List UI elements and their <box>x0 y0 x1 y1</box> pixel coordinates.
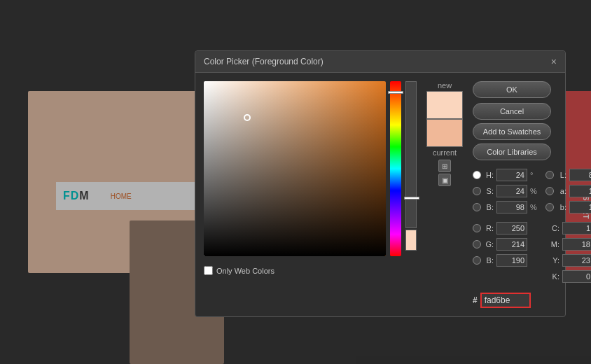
only-web-colors-row: Only Web Colors <box>204 266 417 275</box>
g-field-row: G: <box>473 237 538 251</box>
s-radio[interactable] <box>473 187 481 195</box>
m-input[interactable] <box>562 238 591 251</box>
y-input[interactable] <box>562 254 591 267</box>
a-input[interactable] <box>569 185 591 197</box>
color-picker-dialog: Color Picker (Foreground Color) × <box>195 50 566 317</box>
r-radio[interactable] <box>473 224 481 232</box>
g-label: G: <box>484 240 494 248</box>
b-lab-field-row: b: <box>545 200 591 214</box>
swatch-current-label: current <box>433 148 457 157</box>
h-radio[interactable] <box>473 171 481 179</box>
alpha-strip <box>405 81 417 228</box>
alpha-thumb <box>404 197 419 200</box>
a-label: a: <box>557 187 566 195</box>
hue-slider[interactable] <box>390 81 401 256</box>
h-input[interactable] <box>496 169 527 181</box>
add-to-swatches-button[interactable]: Add to Swatches <box>473 123 551 140</box>
s-input[interactable] <box>496 185 527 197</box>
a-field-row: a: <box>545 184 591 198</box>
b-radio[interactable] <box>473 203 481 211</box>
m-label: M: <box>545 240 559 248</box>
swatch-new-label: new <box>438 81 452 90</box>
color-fields: H: ° S: % B: <box>473 168 591 284</box>
b-unit: % <box>530 203 538 211</box>
g-radio[interactable] <box>473 240 481 248</box>
k-label: K: <box>545 272 559 281</box>
l-label: L: <box>557 171 566 179</box>
swatch-icon-1[interactable]: ⊞ <box>438 160 451 172</box>
s-unit: % <box>530 187 538 195</box>
lab-cmyk-fields: L: a: b: <box>545 168 591 284</box>
k-input[interactable] <box>562 270 591 283</box>
cancel-button[interactable]: Cancel <box>473 103 551 120</box>
b-lab-label: b: <box>557 203 566 211</box>
b-lab-radio[interactable] <box>545 203 554 211</box>
swatch-current-color <box>426 119 463 147</box>
b-rgb-field-row: B: <box>473 253 538 267</box>
y-label: Y: <box>545 256 559 265</box>
hex-input[interactable] <box>480 293 531 308</box>
h-field-row: H: ° <box>473 168 538 182</box>
r-input[interactable] <box>496 222 527 234</box>
swatch-box <box>426 91 463 147</box>
hex-row: # <box>473 293 591 308</box>
c-input[interactable] <box>562 222 591 234</box>
swatch-new-color <box>426 91 463 119</box>
c-label: C: <box>545 224 559 232</box>
dialog-title: Color Picker (Foreground Color) <box>204 57 324 66</box>
right-panel: OK Cancel Add to Swatches Color Librarie… <box>473 81 591 308</box>
b-field-row: B: % <box>473 200 538 214</box>
c-field-row: C: % <box>545 221 591 235</box>
swatch-icon-2[interactable]: ▣ <box>438 174 451 186</box>
b-lab-input[interactable] <box>569 201 591 214</box>
s-label: S: <box>484 187 494 195</box>
only-web-colors-checkbox[interactable] <box>204 266 213 275</box>
swatch-section: new current ⊞ ▣ <box>424 81 466 308</box>
only-web-colors-label: Only Web Colors <box>216 267 274 275</box>
hue-thumb <box>388 91 403 94</box>
h-label: H: <box>484 171 494 179</box>
b-rgb-radio[interactable] <box>473 256 481 265</box>
l-input[interactable] <box>569 169 591 181</box>
g-input[interactable] <box>496 238 527 251</box>
hex-hash: # <box>473 295 478 305</box>
a-radio[interactable] <box>545 187 554 195</box>
swatch-icon-buttons: ⊞ ▣ <box>438 160 451 186</box>
color-picker-section: Only Web Colors <box>204 81 417 308</box>
color-libraries-button[interactable]: Color Libraries <box>473 144 551 160</box>
color-field[interactable] <box>204 81 386 256</box>
m-field-row: M: % <box>545 237 591 251</box>
s-field-row: S: % <box>473 184 538 198</box>
h-unit: ° <box>530 171 538 179</box>
r-field-row: R: <box>473 221 538 235</box>
dialog-body: Only Web Colors new current ⊞ ▣ OK Cance… <box>195 73 565 316</box>
extra-sliders <box>405 81 417 256</box>
b-rgb-input[interactable] <box>496 254 527 267</box>
l-field-row: L: <box>545 168 591 182</box>
color-preview-strip <box>405 230 417 251</box>
b-label: B: <box>484 203 494 211</box>
color-field-dark-overlay <box>204 81 386 256</box>
r-label: R: <box>484 224 494 232</box>
b-rgb-label: B: <box>484 256 494 265</box>
hsb-rgb-fields: H: ° S: % B: <box>473 168 538 284</box>
spectrum-row <box>204 81 417 256</box>
b-input[interactable] <box>496 201 527 214</box>
k-field-row: K: % <box>545 270 591 284</box>
dialog-close-button[interactable]: × <box>551 57 557 66</box>
ok-button[interactable]: OK <box>473 81 551 98</box>
y-field-row: Y: % <box>545 253 591 267</box>
l-radio[interactable] <box>545 171 554 179</box>
dialog-titlebar: Color Picker (Foreground Color) × <box>195 51 565 73</box>
